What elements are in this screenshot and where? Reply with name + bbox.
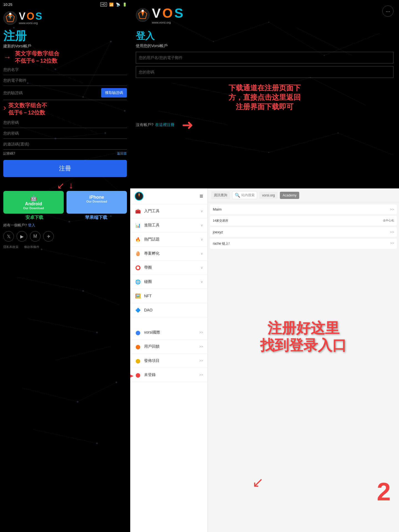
- menu-item-vorsi-intl[interactable]: ⬤ vorsi國際 >>: [130, 326, 208, 340]
- tag-vorsi-org[interactable]: vorsi.org: [259, 192, 278, 199]
- register-here-link[interactable]: 在這裡注冊: [155, 122, 175, 127]
- content-item-3-arrow: >>: [390, 230, 394, 234]
- menu-item-intro-tools[interactable]: 🧰 入門工具 ∨: [130, 204, 208, 218]
- page-title-area: 注册 建新的Vorsi帳戶: [0, 27, 130, 50]
- svg-line-11: [42, 249, 105, 263]
- download-arrow-iphone: ↓: [69, 180, 73, 191]
- get-captcha-button[interactable]: 獲取驗證碼: [101, 88, 127, 98]
- intro-tools-arrow: ∨: [201, 209, 203, 213]
- email-input[interactable]: [3, 78, 127, 83]
- download-arrows: ↙ ↓: [0, 179, 130, 191]
- nft-label: NFT: [144, 294, 152, 298]
- search-icon: 🔍: [235, 193, 240, 198]
- login-username-input[interactable]: [136, 52, 393, 63]
- login-password-input[interactable]: [136, 66, 393, 78]
- youtube-icon[interactable]: ▶: [17, 231, 27, 242]
- android-sub: Our Download: [23, 206, 44, 210]
- email-field-row: [3, 75, 127, 86]
- menu-item-intro-tools-left: 🧰 入門工具: [135, 208, 160, 214]
- content-tags-row: 資訊查詢 🔍 站內搜索 vorsi.org Academy: [211, 191, 396, 199]
- back-link[interactable]: 返回首: [117, 151, 127, 156]
- time-display: 10:25: [3, 2, 12, 7]
- captcha-input[interactable]: [3, 91, 99, 95]
- intro-tools-label: 入門工具: [144, 209, 160, 214]
- belt-circle-arrow: ∨: [201, 266, 203, 270]
- hot-topics-label: 熱門話題: [144, 237, 160, 242]
- confirm-password-input[interactable]: [3, 131, 127, 135]
- social-icons-row: 𝕏 ▶ M ✈: [0, 229, 130, 244]
- svg-point-68: [139, 193, 139, 194]
- content-top-bar: 資訊查詢 🔍 站內搜索 vorsi.org Academy: [208, 188, 399, 202]
- annotation-row-2: › 英文数字组合不低于6－12位数: [3, 101, 127, 117]
- tag-academy[interactable]: Academy: [280, 192, 299, 199]
- br-annotation-text: 注册好这里找到登录入口: [260, 319, 347, 354]
- menu-panel: ≡ 🧰 入門工具 ∨ 📊 進階工具 ∨ 🔥 熱門話題 ∨: [130, 188, 208, 532]
- belt-circle-icon: ⭕: [135, 264, 141, 271]
- name-input[interactable]: [3, 67, 127, 72]
- no-account-text: 沒有帳戶?: [136, 122, 154, 127]
- menu-item-not-logged-in[interactable]: ⬤ 未登錄 >>: [130, 368, 208, 382]
- menu-item-vorsi-intl-left: ⬤ vorsi國際: [135, 329, 160, 336]
- advanced-tools-label: 進階工具: [144, 223, 160, 228]
- hamburger-icon[interactable]: ≡: [200, 193, 203, 200]
- iphone-caption-wrapper: 苹果端下载: [65, 215, 127, 221]
- menu-item-publish-project[interactable]: ⬤ 發佈項目 >>: [130, 354, 208, 368]
- vorsi-intl-icon: ⬤: [135, 329, 141, 336]
- footer-links: 隱私和政策 條款和條件: [0, 244, 130, 250]
- user-feedback-label: 用戶回饋: [144, 344, 160, 349]
- dao-icon: 🔷: [135, 307, 141, 313]
- nft-icon: 🖼️: [135, 293, 141, 299]
- terms-link[interactable]: 條款和條件: [24, 245, 39, 249]
- content-item-3: joexyz >>: [210, 227, 397, 237]
- menu-logo-small: [135, 192, 144, 201]
- incubation-arrow: ∨: [201, 252, 203, 255]
- no-account-row: 沒有帳戶? 在這裡注冊 ➜: [130, 114, 399, 136]
- menu-item-bump-circle[interactable]: 🌐 碰圈 ∨: [130, 275, 208, 289]
- invite-code-input[interactable]: [3, 142, 127, 146]
- publish-project-label: 發佈項目: [144, 358, 160, 363]
- menu-item-advanced-tools[interactable]: 📊 進階工具 ∨: [130, 218, 208, 232]
- big-red-arrow: ➜: [182, 117, 193, 133]
- telegram-icon[interactable]: ✈: [43, 231, 54, 242]
- tag-info-query[interactable]: 資訊查詢: [211, 191, 230, 199]
- content-item-2: 14家交易所 去中心化: [210, 216, 397, 226]
- medium-icon[interactable]: M: [30, 231, 40, 242]
- forgot-password-link[interactable]: 記密碼?: [3, 151, 15, 156]
- svg-line-12: [17, 277, 83, 291]
- annotation-row-1: → 英文字母数字组合不低于6－12位数: [3, 50, 127, 64]
- intro-tools-icon: 🧰: [135, 208, 141, 214]
- login-link[interactable]: 登入: [28, 223, 35, 227]
- register-button[interactable]: 注冊: [3, 160, 127, 177]
- password-input[interactable]: [3, 120, 127, 125]
- password-field-row: [3, 117, 127, 128]
- content-arrow-icon: ↙: [252, 475, 264, 490]
- download-captions: 安卓下载 苹果端下载: [0, 214, 130, 222]
- menu-item-incubation[interactable]: 🥚 專案孵化 ∨: [130, 247, 208, 261]
- not-logged-in-label: 未登錄: [144, 372, 156, 377]
- incubation-label: 專案孵化: [144, 251, 160, 256]
- svg-point-66: [142, 10, 144, 12]
- menu-item-nft-left: 🖼️ NFT: [135, 293, 152, 299]
- content-item-1-arrow: >>: [390, 207, 394, 211]
- iphone-download-button[interactable]: iPhone Our Download: [66, 191, 127, 214]
- svg-line-14: [28, 319, 97, 332]
- menu-item-dao[interactable]: 🔷 DAO: [130, 303, 208, 317]
- privacy-link[interactable]: 隱私和政策: [3, 245, 19, 249]
- login-subtitle: 使用您的Vorsi帳戶: [130, 44, 399, 52]
- content-item-2-text: 14家交易所: [213, 219, 228, 223]
- not-logged-in-arrow-right: >>: [199, 373, 203, 377]
- svg-point-36: [82, 290, 84, 292]
- twitter-icon[interactable]: 𝕏: [3, 231, 14, 242]
- content-area: 資訊查詢 🔍 站內搜索 vorsi.org Academy Maim >> 14…: [208, 188, 399, 532]
- menu-item-user-feedback[interactable]: ⬤ 用戶回饋 >>: [130, 340, 208, 354]
- advanced-tools-arrow: ∨: [201, 223, 203, 227]
- already-account-text: 經有一個帳戶?: [3, 223, 27, 227]
- android-download-button[interactable]: 🤖 Android Our Download: [3, 191, 64, 214]
- menu-item-nft[interactable]: 🖼️ NFT: [130, 289, 208, 303]
- menu-dots-button[interactable]: ···: [382, 6, 393, 17]
- menu-item-belt-circle[interactable]: ⭕ 帶圈 ∨: [130, 261, 208, 275]
- annotation-arrow-2: ›: [3, 103, 6, 112]
- logo-vos-text: VOS: [19, 11, 43, 21]
- belt-circle-label: 帶圈: [144, 265, 152, 270]
- menu-item-hot-topics[interactable]: 🔥 熱門話題 ∨: [130, 232, 208, 247]
